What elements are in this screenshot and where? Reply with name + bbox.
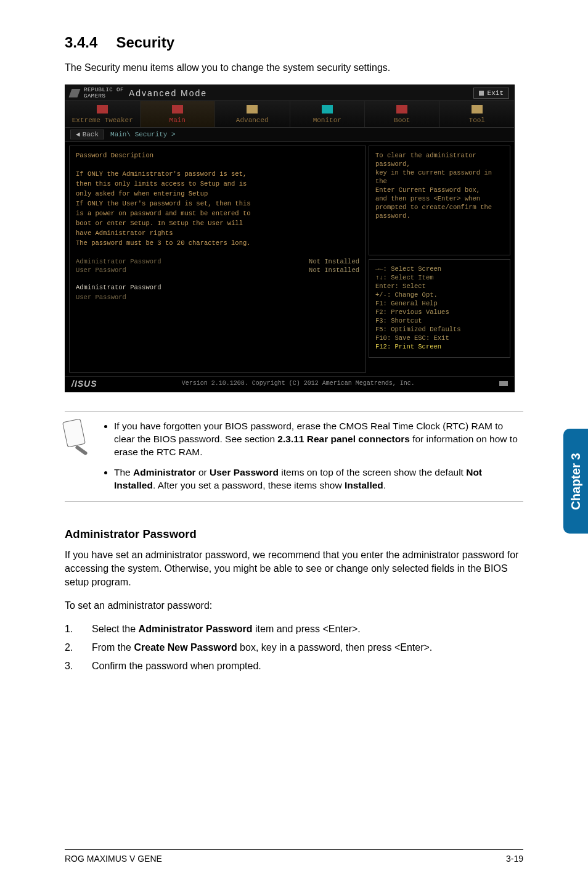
bios-breadcrumb: ◀ Back Main\ Security > bbox=[65, 128, 514, 142]
user-password-status-row: User Password Not Installed bbox=[76, 266, 359, 274]
tab-main[interactable]: Main bbox=[141, 101, 216, 127]
user-password-item[interactable]: User Password bbox=[76, 293, 359, 302]
note-callout: If you have forgotten your BIOS password… bbox=[65, 411, 523, 501]
bios-exit-label: Exit bbox=[488, 89, 504, 97]
tab-extreme-tweaker[interactable]: Extreme Tweaker bbox=[65, 101, 141, 127]
admin-password-heading: Administrator Password bbox=[65, 527, 523, 541]
usb-icon bbox=[499, 381, 508, 386]
bios-version-text: Version 2.10.1208. Copyright (C) 2012 Am… bbox=[182, 379, 415, 388]
password-description-title: Password Description bbox=[76, 151, 359, 160]
tab-boot[interactable]: Boot bbox=[365, 101, 440, 127]
section-title: Security bbox=[116, 34, 174, 51]
main-icon bbox=[172, 105, 183, 113]
admin-password-item[interactable]: Administrator Password bbox=[76, 283, 359, 292]
footer-page-number: 3-19 bbox=[506, 854, 523, 864]
back-arrow-icon: ◀ bbox=[76, 130, 80, 139]
step-3: 3. Confirm the password when prompted. bbox=[65, 659, 523, 673]
chapter-side-tab: Chapter 3 bbox=[563, 429, 588, 534]
bios-exit-button[interactable]: Exit bbox=[473, 88, 509, 99]
bios-brand-text: REPUBLIC OF GAMERS bbox=[84, 87, 124, 99]
bios-footer: /ISUS Version 2.10.1208. Copyright (C) 2… bbox=[65, 376, 514, 392]
monitor-icon bbox=[322, 105, 333, 113]
note-item-1: If you have forgotten your BIOS password… bbox=[114, 420, 523, 459]
breadcrumb-path: Main\ Security > bbox=[110, 130, 176, 139]
tab-advanced[interactable]: Advanced bbox=[215, 101, 290, 127]
admin-password-steps: 1. Select the Administrator Password ite… bbox=[65, 622, 523, 673]
admin-password-paragraph: If you have set an administrator passwor… bbox=[65, 548, 523, 589]
step-1: 1. Select the Administrator Password ite… bbox=[65, 622, 523, 636]
admin-password-status-row: Administrator Password Not Installed bbox=[76, 257, 359, 266]
bios-tab-bar: Extreme Tweaker Main Advanced Monitor Bo… bbox=[65, 101, 514, 128]
bios-back-button[interactable]: ◀ Back bbox=[70, 130, 104, 139]
intro-text: The Security menu items allow you to cha… bbox=[65, 62, 523, 73]
footer-product-name: ROG MAXIMUS V GENE bbox=[65, 854, 162, 864]
tab-tool[interactable]: Tool bbox=[440, 101, 515, 127]
bios-mode-label: Advanced Mode bbox=[129, 89, 207, 97]
extreme-tweaker-icon bbox=[97, 105, 108, 113]
admin-password-lead: To set an administrator password: bbox=[65, 599, 523, 613]
advanced-icon bbox=[247, 105, 258, 113]
user-password-status: Not Installed bbox=[309, 266, 359, 274]
bios-brand: REPUBLIC OF GAMERS Advanced Mode bbox=[70, 87, 207, 99]
note-icon bbox=[65, 420, 86, 451]
asus-logo: /ISUS bbox=[71, 379, 97, 388]
bios-help-box: To clear the administrator password, key… bbox=[369, 146, 510, 255]
rog-logo-icon bbox=[68, 89, 80, 97]
note-item-2: The Administrator or User Password items… bbox=[114, 466, 523, 492]
bios-key-help-box: →←: Select Screen ↑↓: Select Item Enter:… bbox=[369, 259, 510, 358]
section-number: 3.4.4 bbox=[65, 34, 97, 51]
boot-icon bbox=[396, 105, 407, 113]
admin-password-status: Not Installed bbox=[309, 257, 359, 266]
page-footer: ROG MAXIMUS V GENE 3-19 bbox=[65, 849, 523, 864]
tab-monitor[interactable]: Monitor bbox=[290, 101, 365, 127]
tool-icon bbox=[472, 105, 483, 113]
bios-screenshot: REPUBLIC OF GAMERS Advanced Mode Exit Ex… bbox=[65, 85, 515, 392]
exit-icon bbox=[479, 91, 484, 96]
step-2: 2. From the Create New Password box, key… bbox=[65, 641, 523, 654]
bios-main-panel: Password Description If ONLY the Adminis… bbox=[69, 146, 366, 373]
